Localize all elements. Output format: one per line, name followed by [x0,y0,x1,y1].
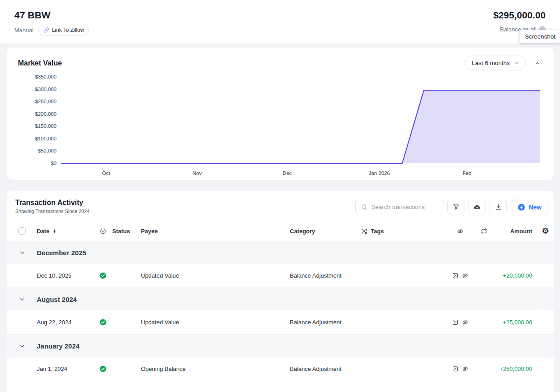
transaction-amount: +20,000.00 [497,264,537,287]
transaction-category[interactable]: Balance Adjustment [290,310,357,334]
column-category[interactable]: Category [290,221,357,241]
check-circle-icon [100,228,106,235]
transactions-table: Date Status Payee Category Tags Amount ⚙… [7,221,554,381]
filter-button[interactable] [447,199,464,215]
svg-text:$100,000: $100,000 [35,136,57,141]
plus-circle-icon [517,203,525,211]
column-amount[interactable]: Amount [497,221,537,241]
svg-text:Jan 2026: Jan 2026 [369,170,390,176]
transaction-payee[interactable]: Opening Balance [141,357,290,381]
svg-text:$0: $0 [51,161,57,166]
transaction-date: Dec 10, 2025 [37,264,93,287]
cleared-status-icon[interactable] [99,318,107,326]
transaction-activity-card: Transaction Activity Showing Transaction… [7,191,554,392]
transaction-row[interactable]: Jan 1, 2024 Opening Balance Balance Adju… [7,357,554,381]
table-header-row: Date Status Payee Category Tags Amount ⚙ [7,221,554,241]
market-value-card: Market Value Last 6 months $350,000$300,… [7,48,554,180]
select-all-checkbox[interactable] [18,227,26,235]
column-status[interactable]: Status [112,221,141,241]
filter-icon [452,203,460,211]
column-split[interactable] [357,221,371,241]
chevron-down-icon [19,296,26,303]
cleared-status-icon[interactable] [99,365,107,373]
transaction-payee[interactable]: Updated Value [141,264,290,287]
download-icon [494,203,502,211]
collapse-chart-button[interactable] [532,58,543,69]
svg-text:Oct: Oct [102,170,110,176]
caret-down-icon [513,60,519,66]
group-label: August 2024 [37,296,537,303]
account-type-label: Manual [14,27,34,34]
search-transactions-input[interactable] [371,204,435,210]
range-selector[interactable]: Last 6 months [465,56,526,70]
account-header: 47 BBW Manual Link To Zillow $295,000.00… [0,0,560,44]
transaction-date: Jan 1, 2024 [37,357,93,381]
transaction-amount: +250,000.00 [497,357,537,381]
svg-text:Feb: Feb [463,170,472,176]
cleared-status-icon[interactable] [99,272,107,279]
hide-transaction-icon[interactable] [462,319,468,326]
chevron-down-icon [19,249,26,256]
search-transactions-box[interactable] [355,199,443,215]
transaction-payee[interactable]: Updated Value [141,310,290,334]
hide-transaction-icon[interactable] [462,366,468,372]
transactions-subtitle: Showing Transactions Since 2024 [15,209,90,214]
column-date-label: Date [37,228,49,235]
column-tags[interactable]: Tags [371,221,450,241]
account-balance: $295,000.00 [493,10,546,21]
svg-text:$350,000: $350,000 [35,74,57,79]
svg-text:$250,000: $250,000 [35,99,57,104]
sort-descending-icon [52,228,57,234]
transaction-row[interactable]: Dec 10, 2025 Updated Value Balance Adjus… [7,264,554,288]
column-payee[interactable]: Payee [141,221,290,241]
new-transaction-button[interactable]: New [511,199,548,215]
range-selector-label: Last 6 months [472,60,510,66]
search-icon [361,204,368,210]
split-percent-icon[interactable] [452,272,459,279]
split-percent-icon[interactable] [452,319,459,326]
svg-text:$300,000: $300,000 [35,87,57,92]
hide-transaction-icon[interactable] [462,272,468,279]
split-icon [361,228,368,235]
transaction-category[interactable]: Balance Adjustment [290,357,357,381]
svg-text:$50,000: $50,000 [38,148,57,153]
transaction-category[interactable]: Balance Adjustment [290,264,357,287]
account-title: 47 BBW [14,10,89,21]
link-to-zillow-label: Link To Zillow [52,27,84,33]
download-button[interactable] [490,199,507,215]
group-label: January 2024 [37,342,537,350]
new-transaction-label: New [529,204,542,211]
market-value-chart: $350,000$300,000$250,000$200,000$150,000… [18,72,543,178]
link-icon [43,27,49,33]
screenshot-tooltip: Screenshot [520,30,560,43]
eye-off-icon [457,228,464,235]
transaction-amount: +25,000.00 [497,310,537,334]
transaction-group-header[interactable]: August 2024 [7,288,554,310]
transaction-date: Aug 22, 2024 [37,310,93,334]
split-percent-icon[interactable] [452,366,459,372]
column-recurring[interactable] [470,221,497,241]
column-cleared[interactable] [93,221,112,241]
group-label: December 2025 [37,249,537,257]
svg-text:$200,000: $200,000 [35,111,57,117]
column-hidden[interactable] [450,221,470,241]
transaction-row[interactable]: Aug 22, 2024 Updated Value Balance Adjus… [7,310,554,335]
repeat-icon [481,228,487,235]
table-settings-button[interactable]: ⚙ [542,227,549,235]
chevron-down-icon [19,343,26,349]
svg-text:Dec: Dec [283,170,292,176]
svg-text:$150,000: $150,000 [35,123,57,129]
market-value-title: Market Value [18,59,62,67]
link-to-zillow-button[interactable]: Link To Zillow [38,25,89,35]
transaction-group-header[interactable]: December 2025 [7,241,554,264]
column-date[interactable]: Date [37,221,93,241]
transactions-title: Transaction Activity [15,199,90,207]
cloud-upload-icon [473,203,481,211]
upload-button[interactable] [468,199,486,215]
svg-text:Nov: Nov [192,170,202,176]
chevron-up-icon [534,60,541,67]
transaction-group-header[interactable]: January 2024 [7,335,554,357]
